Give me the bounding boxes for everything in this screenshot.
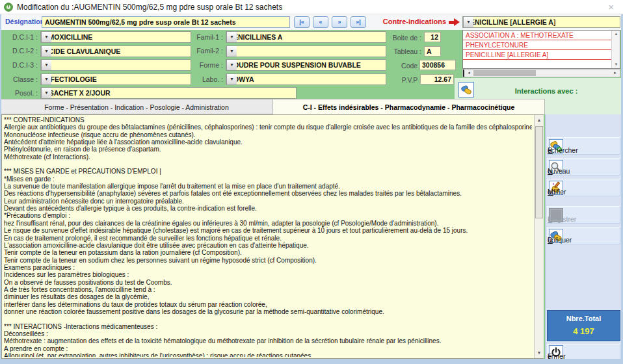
nouveau-button[interactable]: Nouveau: [547, 158, 620, 176]
famil1-combobox[interactable]: PÉNICILLINES A▼: [226, 31, 386, 43]
pvp-label: P.V.P :: [384, 76, 421, 84]
dropdown-icon[interactable]: ▼: [41, 88, 51, 98]
scroll-thumb[interactable]: [535, 126, 543, 218]
app-icon: [4, 3, 13, 12]
code-field[interactable]: 300856: [419, 60, 456, 70]
dupliquer-button[interactable]: Dupliquer: [547, 227, 620, 244]
list-item[interactable]: PHENYLCETONURE: [463, 40, 611, 50]
scroll-thumb[interactable]: [473, 70, 536, 76]
scroll-up-icon[interactable]: ▲: [612, 31, 620, 37]
dropdown-icon[interactable]: ▼: [463, 17, 473, 27]
dropdown-icon[interactable]: ▼: [226, 32, 237, 42]
dropdown-icon[interactable]: ▼: [226, 46, 237, 57]
scroll-right-icon[interactable]: ►: [611, 70, 619, 77]
contraindications-combobox[interactable]: PENICILLINE [ALLERGIE A]▼: [462, 16, 620, 28]
posol-combobox[interactable]: 1 SACHET X 2/JOUR▼: [40, 87, 297, 99]
forme-combobox[interactable]: POUDRE POUR SUSPENSION BUVABLE▼: [226, 59, 386, 71]
nav-prev-button[interactable]: «: [313, 16, 328, 28]
enregistrer-button: Enregistrer: [547, 206, 620, 224]
posol-label: Posol. :: [1, 89, 38, 97]
tab-forme-presentation[interactable]: Forme - Présentation - Indication - Poso…: [0, 99, 273, 114]
dci1-label: D.C.I-1 :: [1, 33, 38, 41]
pvp-field[interactable]: 12.67: [420, 74, 454, 84]
dropdown-icon[interactable]: ▼: [41, 74, 51, 84]
close-icon[interactable]: ×: [608, 1, 614, 12]
notice-vertical-scrollbar[interactable]: ▲ ▼: [534, 115, 544, 358]
scroll-down-icon[interactable]: ▼: [535, 348, 544, 358]
dci1-combobox[interactable]: AMOXICILLINE▼: [40, 31, 191, 43]
fermer-button[interactable]: Fermer: [547, 344, 620, 360]
total-panel: Nbre.Total 4 197: [547, 310, 620, 341]
right-arrow-icon: [449, 21, 454, 24]
list-vertical-scrollbar[interactable]: ▲ ▼: [611, 31, 620, 68]
total-label: Nbre.Total: [548, 315, 620, 322]
dci2-label: D.C.I-2 :: [1, 47, 38, 55]
tab-ci-effets[interactable]: C-I - Effets indésirables - Pharmacodyna…: [273, 99, 545, 114]
modifier-button[interactable]: Modifier: [547, 179, 620, 196]
list-horizontal-scrollbar[interactable]: ◄ ►: [462, 69, 620, 77]
notice-textarea[interactable]: *** CONTRE-INDICATIONS Allergie aux anti…: [1, 114, 544, 359]
classe-combobox[interactable]: INFECTIOLOGIE▼: [40, 73, 191, 85]
nav-next-button[interactable]: »: [332, 16, 347, 28]
scroll-left-icon[interactable]: ◄: [465, 70, 473, 77]
scroll-grip: [463, 70, 464, 77]
window-title: Modification du :AUGMENTIN 500mg/62,5 mg…: [17, 3, 282, 12]
pills-icon: [460, 84, 472, 96]
boite-field[interactable]: 12: [424, 32, 441, 42]
labo-combobox[interactable]: ADWYA▼: [226, 73, 386, 85]
interactions-label: Interactions avec :: [475, 87, 617, 95]
scroll-up-icon[interactable]: ▲: [535, 115, 544, 125]
window-frame-bottom: [0, 359, 623, 364]
dropdown-icon[interactable]: ▼: [226, 60, 237, 70]
rechercher-button[interactable]: Rechercher: [547, 137, 620, 155]
tab-strip: Forme - Présentation - Indication - Poso…: [0, 99, 545, 114]
dci3-combobox[interactable]: ▼: [40, 59, 191, 71]
contraindications-label: Contre-indications: [364, 18, 446, 25]
famil2-combobox[interactable]: ▼: [226, 46, 386, 57]
nav-first-button[interactable]: |«: [294, 16, 310, 28]
tableau-field[interactable]: A: [424, 46, 441, 57]
app-window: Modification du :AUGMENTIN 500mg/62,5 mg…: [0, 0, 623, 364]
dropdown-icon[interactable]: ▼: [41, 46, 51, 57]
dropdown-icon[interactable]: ▼: [41, 32, 51, 42]
dci3-label: D.C.I-3 :: [1, 61, 38, 69]
notice-content: *** CONTRE-INDICATIONS Allergie aux anti…: [4, 116, 532, 357]
code-label: Code :: [384, 62, 421, 70]
tableau-label: Tableau :: [384, 47, 421, 55]
dci2-combobox[interactable]: ACIDE CLAVULANIQUE▼: [40, 46, 191, 57]
classe-label: Classe :: [1, 75, 38, 83]
total-value: 4 197: [548, 326, 620, 336]
title-bar: Modification du :AUGMENTIN 500mg/62,5 mg…: [0, 0, 623, 14]
window-frame-left: [0, 14, 1, 364]
forme-label: Forme :: [194, 61, 223, 69]
list-item[interactable]: ASSOCIATION A : METHOTREXATE: [463, 31, 611, 40]
boite-label: Boite de :: [384, 34, 421, 42]
labo-label: Labo. :: [194, 75, 223, 83]
dropdown-icon[interactable]: ▼: [41, 60, 51, 70]
dropdown-icon[interactable]: ▼: [226, 74, 237, 84]
famil2-label: Famil-2 :: [194, 47, 223, 55]
contraindication-list[interactable]: ASSOCIATION A : METHOTREXATE PHENYLCETON…: [462, 30, 620, 69]
interactions-button[interactable]: [458, 82, 474, 98]
list-item[interactable]: PENICILLINE [ALLERGIE A]: [463, 50, 611, 60]
designation-input[interactable]: AUGMENTIN 500mg/62,5 mg pdre susp orale …: [42, 16, 290, 28]
scroll-down-icon[interactable]: ▼: [612, 61, 620, 68]
famil1-label: Famil-1 :: [194, 33, 223, 41]
